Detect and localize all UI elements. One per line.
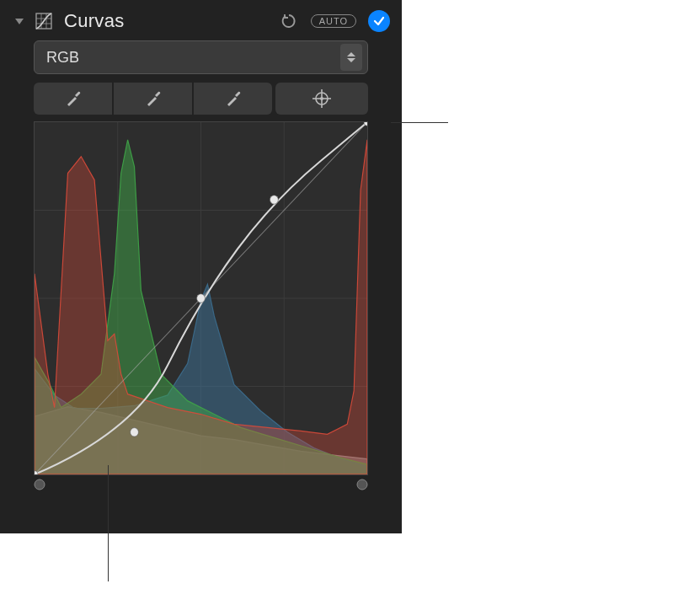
black-point-slider[interactable]	[34, 479, 45, 490]
enable-toggle[interactable]	[368, 10, 390, 32]
auto-button[interactable]: AUTO	[311, 14, 356, 28]
curves-graph[interactable]	[34, 121, 368, 475]
curves-graph-wrap	[34, 121, 368, 490]
section-title: Curvas	[64, 10, 272, 32]
channel-dropdown-label: RGB	[46, 49, 340, 67]
disclosure-triangle[interactable]	[15, 19, 24, 24]
eyedropper-group	[34, 83, 272, 115]
curves-icon	[34, 11, 54, 31]
section-header: Curvas AUTO	[0, 10, 402, 40]
eyedropper-black-button[interactable]	[34, 83, 112, 115]
eyedropper-gray-button[interactable]	[114, 83, 192, 115]
svg-point-18	[197, 294, 206, 303]
callout-line-curve	[108, 465, 109, 581]
white-point-slider[interactable]	[356, 479, 368, 490]
svg-point-22	[357, 479, 367, 490]
curves-panel: Curvas AUTO RGB	[0, 0, 402, 533]
eyedropper-white-button[interactable]	[194, 83, 272, 115]
reset-button[interactable]	[279, 11, 299, 31]
svg-point-17	[131, 428, 139, 437]
svg-point-19	[270, 196, 278, 204]
range-sliders	[34, 479, 368, 490]
dropdown-stepper-icon	[340, 44, 362, 71]
add-point-button[interactable]	[275, 83, 368, 115]
tool-row	[34, 83, 368, 115]
callout-line-tools	[391, 122, 448, 123]
svg-point-8	[320, 97, 323, 100]
channel-dropdown[interactable]: RGB	[34, 40, 368, 74]
svg-point-21	[35, 479, 45, 490]
